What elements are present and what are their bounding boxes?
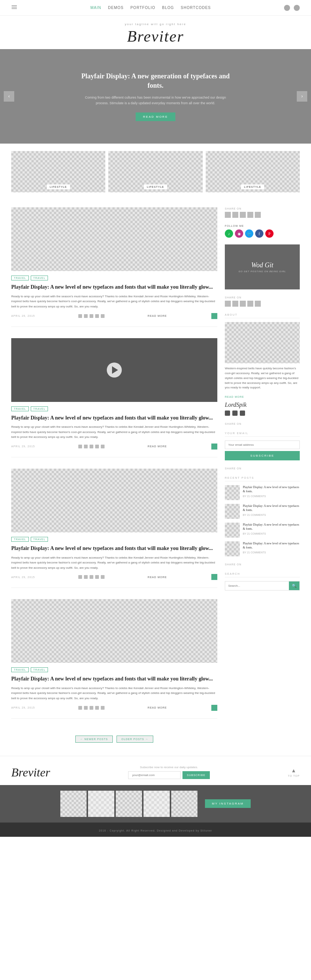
post-3-tw-icon[interactable]	[84, 575, 88, 579]
post-4-fb-icon[interactable]	[78, 706, 82, 710]
about-read-more-link[interactable]: Read More	[225, 396, 244, 398]
sidebar-share-3: SHARE ON	[225, 423, 300, 425]
pagination: ← NEWER POSTS OLDER POSTS →	[11, 730, 217, 748]
featured-item-2[interactable]: LIFESTYLE	[108, 151, 202, 192]
post-1-tag-1[interactable]: TRAVEL	[11, 275, 29, 280]
recent-post-2-title: Playfair Display: A new level of new typ…	[243, 504, 300, 512]
world-gift-image[interactable]: Wod Git GO GET POSTING ON BEING GIRL	[225, 245, 300, 290]
share-em-icon[interactable]	[255, 212, 261, 218]
post-4-tag-2[interactable]: TRAVEL	[31, 667, 48, 672]
post-2-read-more[interactable]: READ MORE	[148, 445, 167, 448]
sidebar-share-2: SHARE ON	[225, 296, 300, 307]
nav-main[interactable]: MAIN	[90, 6, 101, 10]
subscribe-button[interactable]: SUBSCRIBE	[225, 451, 300, 460]
post-2-tag-1[interactable]: TRAVEL	[11, 406, 29, 411]
post-4-tw-icon[interactable]	[84, 706, 88, 710]
share-tw-icon[interactable]	[232, 212, 238, 218]
post-3-read-more-icon	[211, 574, 217, 580]
share2-gp-icon[interactable]	[247, 301, 253, 307]
instagram-button[interactable]: MY INSTAGRAM	[205, 799, 250, 808]
post-3-gp-icon[interactable]	[95, 575, 99, 579]
post-2-video[interactable]	[11, 338, 217, 402]
instagram-icon[interactable]: ◉	[235, 229, 243, 238]
insta-cell-5[interactable]	[171, 791, 197, 817]
share2-tw-icon[interactable]	[232, 301, 238, 307]
hero-prev-button[interactable]: ‹	[4, 91, 14, 102]
post-2-tag-2[interactable]: TRAVEL	[31, 406, 48, 411]
post-4-title: Playfair Display: A new level of new typ…	[11, 675, 217, 683]
post-3-tag-1[interactable]: TRAVEL	[11, 537, 29, 542]
post-2-pin-icon[interactable]	[90, 445, 93, 449]
author-tw-icon[interactable]	[232, 410, 238, 416]
insta-cell-4[interactable]	[143, 791, 170, 817]
pinterest-icon[interactable]: P	[265, 229, 273, 238]
footer-email-input[interactable]	[128, 771, 181, 779]
post-3-pin-icon[interactable]	[90, 575, 93, 579]
post-2-em-icon[interactable]	[101, 445, 105, 449]
post-4-pin-icon[interactable]	[90, 706, 93, 710]
recent-post-4-meta: BY 21 COMMENTS	[243, 551, 300, 554]
twitter-icon[interactable]: 🐦	[245, 229, 253, 238]
footer-sub-form: SUBSCRIBE	[128, 771, 210, 779]
featured-item-1[interactable]: LIFESTYLE	[11, 151, 105, 192]
recent-post-2[interactable]: Playfair Display: A new level of new typ…	[225, 504, 300, 519]
main-wrapper: TRAVEL TRAVEL Playfair Display: A new le…	[0, 200, 311, 756]
post-3-read-more[interactable]: READ MORE	[148, 576, 167, 579]
header-icons	[284, 5, 300, 11]
recent-post-1[interactable]: Playfair Display: A new level of new typ…	[225, 485, 300, 500]
post-4-em-icon[interactable]	[101, 706, 105, 710]
featured-item-3[interactable]: LIFESTYLE	[206, 151, 300, 192]
post-1-gp-icon[interactable]	[95, 314, 99, 318]
share2-fb-icon[interactable]	[225, 301, 231, 307]
hero-next-button[interactable]: ›	[297, 91, 307, 102]
nav-demos[interactable]: DEMOS	[108, 6, 124, 10]
post-1-tag-2[interactable]: TRAVEL	[31, 275, 48, 280]
recent-post-3[interactable]: Playfair Display: A new level of new typ…	[225, 523, 300, 538]
hero-read-more-button[interactable]: READ MORE	[136, 113, 175, 121]
post-2-meta: APRIL 29, 2015 READ MORE	[11, 444, 217, 450]
spotify-icon[interactable]: ♪	[225, 229, 233, 238]
share2-pin-icon[interactable]	[240, 301, 246, 307]
email-input[interactable]	[225, 441, 300, 449]
post-2-gp-icon[interactable]	[95, 445, 99, 449]
footer-subscribe-button[interactable]: SUBSCRIBE	[182, 771, 210, 779]
author-fb-icon[interactable]	[240, 410, 245, 416]
post-3-tag-2[interactable]: TRAVEL	[31, 537, 48, 542]
post-1-em-icon[interactable]	[101, 314, 105, 318]
recent-post-4[interactable]: Playfair Display: A new level of new typ…	[225, 541, 300, 556]
nav-blog[interactable]: BLOG	[162, 6, 174, 10]
post-3-fb-icon[interactable]	[78, 575, 82, 579]
share-pin-icon[interactable]	[240, 212, 246, 218]
nav-portfolio[interactable]: PORTFOLIO	[130, 6, 156, 10]
author-insta-icon[interactable]	[225, 410, 230, 416]
post-4-read-more[interactable]: READ MORE	[148, 706, 167, 709]
newer-posts-button[interactable]: ← NEWER POSTS	[75, 735, 113, 743]
blog-post-3: TRAVEL TRAVEL Playfair Display: A new le…	[11, 469, 217, 588]
post-3-excerpt: Ready to amp up your closet with the sea…	[11, 555, 217, 571]
share2-em-icon[interactable]	[255, 301, 261, 307]
post-1-fb-icon[interactable]	[78, 314, 82, 318]
search-input[interactable]	[225, 581, 289, 590]
insta-cell-1[interactable]	[60, 791, 87, 817]
facebook-icon[interactable]: f	[255, 229, 263, 238]
insta-cell-2[interactable]	[88, 791, 114, 817]
post-1-read-more[interactable]: READ MORE	[148, 315, 167, 317]
older-posts-button[interactable]: OLDER POSTS →	[117, 735, 153, 743]
post-1-pin-icon[interactable]	[90, 314, 93, 318]
post-2-fb-icon[interactable]	[78, 445, 82, 449]
post-4-tag-1[interactable]: TRAVEL	[11, 667, 29, 672]
search-button[interactable]: 🔍	[289, 581, 299, 590]
insta-cell-3[interactable]	[116, 791, 142, 817]
to-top[interactable]: ▲ TO TOP	[288, 767, 300, 777]
nav-shortcodes[interactable]: SHORTCODES	[181, 6, 211, 10]
search-icon[interactable]	[284, 5, 290, 11]
post-2-tw-icon[interactable]	[84, 445, 88, 449]
cart-icon[interactable]	[294, 5, 300, 11]
post-1-tw-icon[interactable]	[84, 314, 88, 318]
share-fb-icon[interactable]	[225, 212, 231, 218]
share-gp-icon[interactable]	[247, 212, 253, 218]
recent-post-4-info: Playfair Display: A new level of new typ…	[243, 541, 300, 554]
post-3-em-icon[interactable]	[101, 575, 105, 579]
play-button[interactable]	[107, 363, 122, 377]
post-4-gp-icon[interactable]	[95, 706, 99, 710]
